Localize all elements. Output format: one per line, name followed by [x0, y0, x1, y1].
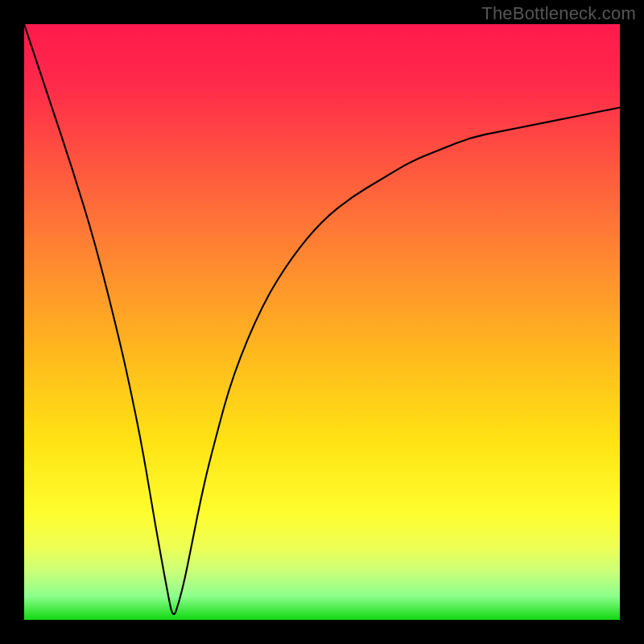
- marker-group: [145, 470, 208, 620]
- chart-frame: TheBottleneck.com: [0, 0, 644, 644]
- curve-layer: [24, 24, 620, 620]
- watermark-text: TheBottleneck.com: [481, 3, 636, 24]
- bottleneck-curve: [24, 24, 620, 614]
- plot-area: [24, 24, 620, 620]
